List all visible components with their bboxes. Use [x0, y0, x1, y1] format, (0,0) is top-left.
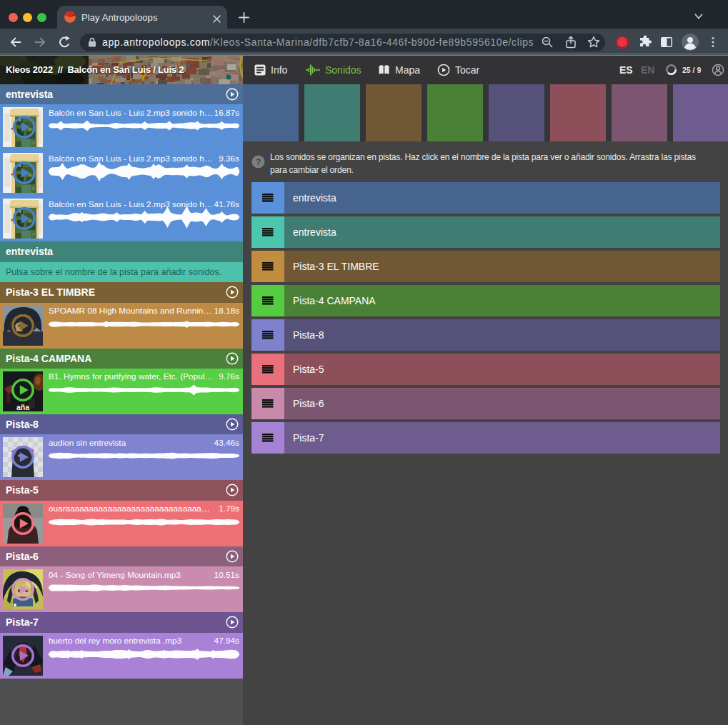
svg-text:aña: aña [16, 403, 29, 411]
svg-text:?: ? [256, 157, 261, 167]
